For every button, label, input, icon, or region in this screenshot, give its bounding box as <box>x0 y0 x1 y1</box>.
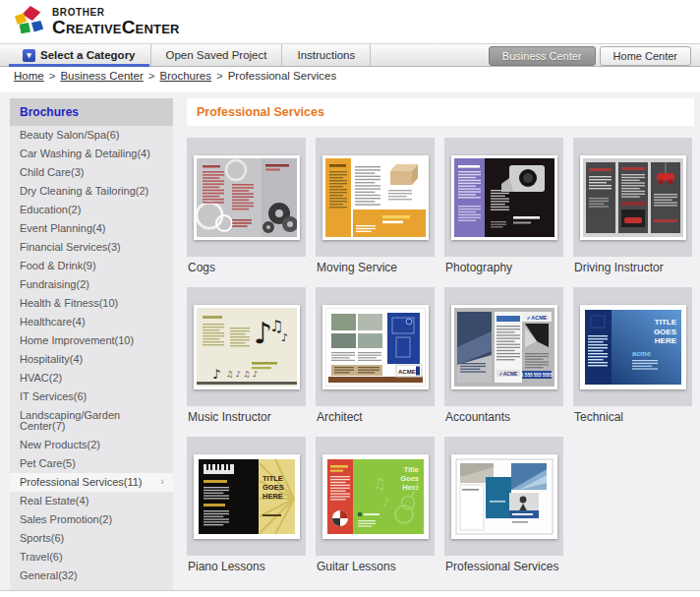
svg-text:TITLE: TITLE <box>262 474 283 483</box>
tab-label: Open Saved Project <box>166 49 267 61</box>
main-panel: Professional Services Cogs Moving Servic… <box>187 98 694 586</box>
sidebar-item-education[interactable]: Education(2) <box>10 201 173 219</box>
sidebar-item-financial-services[interactable]: Financial Services(3) <box>10 238 173 257</box>
template-thumbnail <box>194 155 300 240</box>
template-card-moving-service: Moving Service <box>316 138 435 279</box>
sidebar: Brochures Beauty Salon/Spa(6)Car Washing… <box>10 98 173 590</box>
template-card[interactable]: TITLE GOES HERE acme <box>573 287 692 406</box>
svg-text:✓ACME: ✓ACME <box>498 370 518 376</box>
sidebar-item-label: Home Improvement(10) <box>20 334 134 346</box>
sidebar-item-label: Sports(6) <box>20 532 64 544</box>
svg-text:acme: acme <box>632 349 651 358</box>
template-grid: Cogs Moving Service Photography Driving … <box>187 138 694 586</box>
template-thumbnail <box>451 155 557 240</box>
sidebar-item-label: Beauty Salon/Spa(6) <box>20 129 120 141</box>
template-name: Music Instructor <box>188 410 306 424</box>
business-center-button[interactable]: Business Center <box>489 46 596 66</box>
chevron-down-icon: ▾ <box>23 49 35 62</box>
sidebar-item-label: HVAC(2) <box>20 372 62 384</box>
sidebar-item-food-drink[interactable]: Food & Drink(9) <box>10 257 173 275</box>
tab-select-a-category[interactable]: ▾Select a Category <box>8 44 151 66</box>
sidebar-item-label: Sales Promotion(2) <box>20 513 112 525</box>
sidebar-item-hospitality[interactable]: Hospitality(4) <box>10 350 173 369</box>
brand-product: CreativeCenter <box>52 18 180 36</box>
sidebar-item-new-products[interactable]: New Products(2) <box>10 436 173 454</box>
sidebar-item-dry-cleaning-tailoring[interactable]: Dry Cleaning & Tailoring(2) <box>10 182 173 201</box>
tab-open-saved-project[interactable]: Open Saved Project <box>151 44 283 66</box>
template-card[interactable]: ACME <box>316 287 435 406</box>
template-thumbnail: Title Goes Here ♫ ♪ <box>322 454 429 539</box>
sidebar-item-car-washing-detailing[interactable]: Car Washing & Detailing(4) <box>10 145 173 163</box>
sidebar-item-home-improvement[interactable]: Home Improvement(10) <box>10 331 173 350</box>
sidebar-item-travel[interactable]: Travel(6) <box>10 548 173 567</box>
sidebar-item-beauty-salon-spa[interactable]: Beauty Salon/Spa(6) <box>10 126 173 145</box>
sidebar-item-label: Child Care(3) <box>20 166 84 178</box>
sidebar-item-label: Hospitality(4) <box>20 353 83 365</box>
template-card[interactable] <box>187 138 306 257</box>
template-card-cogs: Cogs <box>187 138 306 279</box>
sidebar-item-label: Financial Services(3) <box>20 241 121 253</box>
svg-text:HERE: HERE <box>262 492 283 501</box>
sidebar-item-label: Professional Services(11) <box>20 476 143 488</box>
sidebar-item-fundraising[interactable]: Fundraising(2) <box>10 275 173 294</box>
template-card[interactable] <box>316 138 435 257</box>
template-card-professional-services: Professional Services <box>444 437 563 578</box>
template-thumbnail: TITLE GOES HERE acme <box>580 305 686 389</box>
center-switch: Business CenterHome Center <box>489 46 691 66</box>
breadcrumb-link-business-center[interactable]: Business Center <box>60 70 143 82</box>
brother-creativecenter-logo[interactable]: BROTHER CreativeCenter <box>13 4 180 39</box>
svg-text:Goes: Goes <box>400 474 419 483</box>
breadcrumb-link-home[interactable]: Home <box>14 70 44 82</box>
sidebar-item-label: Landscaping/Garden Center(7) <box>20 409 120 432</box>
svg-text:♪: ♪ <box>281 331 288 344</box>
breadcrumb-link-brochures[interactable]: Brochures <box>160 70 211 82</box>
sidebar-item-label: Health & Fitness(10) <box>20 297 118 309</box>
sidebar-item-professional-services[interactable]: Professional Services(11)› <box>10 473 173 492</box>
template-card-technical: TITLE GOES HERE acme Technical <box>573 287 692 429</box>
sidebar-item-label: Real Estate(4) <box>20 495 88 507</box>
sidebar-item-child-care[interactable]: Child Care(3) <box>10 163 173 182</box>
template-card[interactable]: TITLE GOES HERE <box>187 437 306 556</box>
template-card[interactable]: Title Goes Here ♫ ♪ <box>316 437 435 556</box>
sidebar-item-event-planning[interactable]: Event Planning(4) <box>10 219 173 238</box>
template-thumbnail: ♪ ♫ ♪ ♪ ♫ ♪ ♫ ♪ <box>194 305 300 389</box>
sidebar-item-label: Food & Drink(9) <box>20 260 96 271</box>
sidebar-item-real-estate[interactable]: Real Estate(4) <box>10 492 173 510</box>
breadcrumb-separator: > <box>216 70 223 82</box>
template-name: Moving Service <box>317 261 435 274</box>
template-name: Accountants <box>445 410 563 424</box>
sidebar-item-healthcare[interactable]: Healthcare(4) <box>10 313 173 331</box>
template-card-architect: ACMEArchitect <box>316 287 435 429</box>
breadcrumb-current: Professional Services <box>228 70 337 82</box>
chevron-right-icon: › <box>160 476 164 487</box>
template-card-accountants: ✓ACME ✓ACME 1 555 555 5555Accountants <box>444 287 563 429</box>
sidebar-item-label: Healthcare(4) <box>20 316 86 328</box>
tab-instructions[interactable]: Instructions <box>282 44 371 66</box>
svg-text:GOES: GOES <box>262 483 284 492</box>
template-card-driving-instructor: Driving Instructor <box>573 138 692 279</box>
sidebar-item-it-services[interactable]: IT Services(6) <box>10 388 173 406</box>
template-card[interactable] <box>573 138 692 257</box>
template-thumbnail: ACME <box>322 305 429 389</box>
sidebar-item-pet-care[interactable]: Pet Care(5) <box>10 454 173 473</box>
svg-text:✓ACME: ✓ACME <box>526 314 547 320</box>
sidebar-item-hvac[interactable]: HVAC(2) <box>10 369 173 388</box>
sidebar-item-label: Event Planning(4) <box>20 222 105 234</box>
sidebar-item-general[interactable]: General(32) <box>10 567 173 585</box>
template-card[interactable] <box>444 138 563 257</box>
sidebar-item-landscaping-garden-center[interactable]: Landscaping/Garden Center(7) <box>10 406 173 436</box>
sidebar-item-health-fitness[interactable]: Health & Fitness(10) <box>10 294 173 313</box>
template-card[interactable]: ✓ACME ✓ACME 1 555 555 5555 <box>444 287 563 406</box>
sidebar-item-label: New Products(2) <box>20 439 100 450</box>
template-card[interactable]: ♪ ♫ ♪ ♪ ♫ ♪ ♫ ♪ <box>187 287 306 406</box>
svg-text:1 555 555 5555: 1 555 555 5555 <box>521 372 553 377</box>
template-name: Cogs <box>188 261 306 274</box>
template-thumbnail <box>451 454 557 539</box>
home-center-button[interactable]: Home Center <box>600 46 691 66</box>
svg-text:Title: Title <box>403 465 418 474</box>
sidebar-item-sports[interactable]: Sports(6) <box>10 529 173 548</box>
svg-text:TITLE: TITLE <box>654 318 676 327</box>
template-name: Architect <box>317 410 435 424</box>
sidebar-item-sales-promotion[interactable]: Sales Promotion(2) <box>10 510 173 529</box>
template-card[interactable] <box>444 437 563 556</box>
